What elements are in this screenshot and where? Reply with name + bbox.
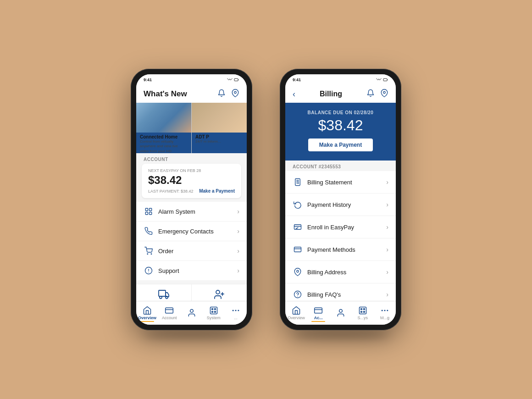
moving-action[interactable]: Moving	[136, 284, 192, 301]
nav2-more[interactable]: M...g	[374, 304, 396, 322]
billing-faq-icon	[293, 289, 303, 299]
svg-rect-39	[315, 308, 322, 313]
make-payment-link[interactable]: Make a Payment	[199, 188, 235, 194]
svg-rect-46	[363, 311, 365, 313]
svg-rect-5	[150, 212, 152, 215]
bottom-nav-1: Overview Account System ...	[136, 301, 247, 325]
chevron-billing-address: ›	[386, 268, 388, 276]
billing-amount: $38.42	[293, 117, 388, 134]
payment-history-icon	[293, 200, 303, 210]
chevron-payment-methods: ›	[386, 246, 388, 253]
truck-icon	[158, 289, 169, 301]
quick-actions: Moving Refer A friend	[136, 284, 247, 301]
nav-more[interactable]: ...	[225, 304, 247, 322]
svg-point-23	[233, 310, 233, 311]
refer-icon	[214, 289, 225, 301]
svg-point-49	[387, 310, 388, 311]
svg-rect-2	[145, 208, 148, 211]
svg-point-14	[216, 290, 220, 294]
svg-point-47	[382, 310, 382, 311]
billing-menu: ACCOUNT #2345553 Billing Statement ›	[285, 161, 396, 301]
support-icon	[144, 266, 154, 276]
easypay-icon	[293, 222, 303, 232]
nav2-overview[interactable]: Overview	[285, 304, 307, 322]
back-button[interactable]: ‹	[293, 89, 295, 99]
svg-point-6	[147, 254, 148, 255]
nav-card[interactable]: Account	[158, 304, 180, 322]
banner-card-1[interactable]: Connected Home Control from virtually an…	[136, 103, 191, 153]
nav-user[interactable]	[180, 306, 202, 320]
payment-history-item[interactable]: Payment History ›	[285, 194, 396, 216]
svg-rect-43	[361, 309, 362, 310]
billing-statement-item[interactable]: Billing Statement ›	[285, 171, 396, 194]
svg-point-25	[238, 310, 239, 311]
enroll-easypay-label: Enroll in EasyPay	[307, 224, 386, 231]
billing-hero: BALANCE DUE ON 02/28/20 $38.42 Make a Pa…	[285, 103, 396, 161]
svg-point-37	[294, 291, 301, 298]
phone-2: 9:41 ‹ Billing	[280, 69, 401, 330]
alarm-icon	[144, 206, 154, 216]
svg-point-24	[235, 310, 236, 311]
bell-icon[interactable]	[217, 89, 226, 99]
menu-item-order[interactable]: Order ›	[136, 241, 247, 261]
status-icons	[227, 77, 239, 83]
nav-system[interactable]: System	[203, 304, 225, 322]
svg-point-17	[190, 310, 193, 313]
scene: 9:41 What's New	[131, 69, 401, 330]
billing-address-label: Billing Address	[307, 269, 386, 276]
chevron-order: ›	[237, 247, 239, 255]
chevron-alarm: ›	[237, 208, 239, 215]
banner-img-2	[192, 103, 247, 133]
enroll-easypay-item[interactable]: Enroll in EasyPay ›	[285, 216, 396, 238]
billing-faq-item[interactable]: Billing FAQ's ›	[285, 283, 396, 301]
payment-methods-item[interactable]: Payment Methods ›	[285, 238, 396, 261]
nav2-user[interactable]	[329, 306, 351, 320]
nav-overview-label: Overview	[138, 316, 156, 320]
make-payment-button[interactable]: Make a Payment	[308, 139, 373, 151]
refer-action[interactable]: Refer A friend	[192, 284, 247, 301]
billing-title: Billing	[320, 90, 342, 98]
svg-point-27	[383, 91, 386, 94]
svg-point-7	[151, 254, 152, 255]
payment-history-label: Payment History	[307, 201, 386, 208]
nav2-system[interactable]: S...ys	[352, 304, 374, 322]
menu-label-alarm: Alarm System	[158, 208, 237, 215]
nav-overview[interactable]: Overview	[136, 304, 158, 322]
billing-address-item[interactable]: Billing Address ›	[285, 261, 396, 283]
nav2-system-label: S...ys	[357, 316, 368, 320]
banner-desc-2: 24/7 m inform...	[195, 139, 243, 144]
banner-card-2[interactable]: ADT P 24/7 m inform...	[192, 103, 247, 153]
menu-label-order: Order	[158, 248, 237, 255]
menu-item-support[interactable]: Support ›	[136, 261, 247, 280]
last-payment-text: LAST PAYMENT: $38.42	[148, 189, 194, 194]
account-section: ACCOUNT NEXT EASYPAY ON FEB 28 $38.42 LA…	[136, 153, 247, 301]
svg-rect-21	[212, 311, 213, 313]
chevron-easypay: ›	[386, 223, 388, 231]
svg-point-12	[160, 296, 162, 299]
menu-item-alarm[interactable]: Alarm System ›	[136, 202, 247, 222]
svg-point-41	[339, 310, 342, 313]
chevron-billing-statement: ›	[386, 178, 388, 186]
svg-point-48	[384, 310, 385, 311]
location-icon[interactable]	[231, 89, 239, 99]
nav2-more-label: M...g	[380, 316, 389, 320]
header-action-icons-2	[366, 89, 388, 99]
billing-menu-group: Billing Statement › Payment History ›	[285, 171, 396, 301]
bell-icon-2[interactable]	[366, 89, 375, 99]
svg-rect-15	[166, 308, 173, 313]
nav2-account[interactable]: Ac...	[307, 304, 329, 322]
whats-new-title: What's New	[144, 89, 187, 99]
banner-area: Connected Home Control from virtually an…	[136, 103, 247, 153]
billing-faq-label: Billing FAQ's	[307, 291, 386, 298]
location-icon-2[interactable]	[380, 89, 388, 99]
menu-label-emergency: Emergency Contacts	[158, 228, 237, 235]
svg-rect-0	[234, 79, 238, 81]
billing-statement-icon	[293, 177, 303, 187]
phone2-header: ‹ Billing	[285, 85, 396, 103]
status-time: 9:41	[144, 78, 152, 82]
svg-rect-22	[214, 311, 216, 313]
menu-item-emergency[interactable]: Emergency Contacts ›	[136, 222, 247, 241]
svg-rect-44	[363, 309, 365, 310]
svg-rect-11	[159, 290, 166, 296]
nav-account-label: Account	[162, 316, 177, 320]
